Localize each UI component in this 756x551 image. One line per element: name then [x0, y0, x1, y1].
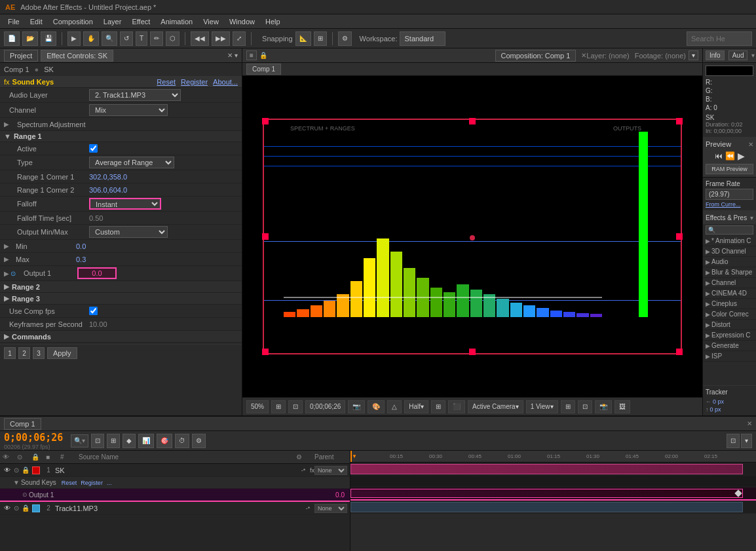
fit-comp-btn[interactable]: ⊞ [271, 400, 286, 413]
comp-tab-comp1[interactable]: Comp 1 [246, 64, 281, 75]
snapshot-btn[interactable]: 📸 [595, 400, 612, 413]
apply-btn[interactable]: Apply [47, 347, 77, 359]
panel-close-btn[interactable]: ✕ ▾ [227, 52, 238, 59]
zoom-control[interactable]: 50% [246, 400, 269, 413]
output1-toggle[interactable]: ▶ [4, 270, 9, 277]
fx-item-cinema4d[interactable]: ▶ CINEMA 4D [703, 288, 756, 299]
range2-toggle[interactable]: ▶ [4, 282, 9, 291]
fx-item-isp[interactable]: ▶ ISP [703, 351, 756, 362]
menu-animation[interactable]: Animation [155, 16, 198, 27]
track2-bar[interactable] [350, 502, 743, 512]
max-toggle[interactable]: ▶ [4, 256, 9, 263]
show-snapshot-btn[interactable]: 🖼 [614, 400, 630, 413]
falloff-dropdown[interactable]: Instant [89, 198, 161, 210]
timeline-menu-btn[interactable]: ✕ [747, 420, 752, 427]
tool-rotate[interactable]: ↺ [120, 31, 133, 46]
range3-toggle[interactable]: ▶ [4, 294, 9, 303]
layer2-name[interactable]: Track11.MP3 [55, 504, 301, 512]
layer2-mode-dropdown[interactable]: None [314, 504, 347, 513]
menu-edit[interactable]: Edit [25, 16, 48, 27]
comp-panel-menu[interactable]: ▾ [689, 50, 698, 60]
layer2-switch-btn[interactable]: -* [301, 505, 314, 512]
workspace-input[interactable] [400, 31, 445, 46]
reset-btn[interactable]: Reset [157, 78, 176, 86]
menu-window[interactable]: Window [224, 16, 260, 27]
prev-back-btn[interactable]: ⏪ [725, 151, 735, 161]
max-value[interactable]: 0.3 [76, 256, 86, 263]
comp-menu-btn[interactable]: ≡ [246, 50, 257, 60]
layer2-eye-btn[interactable]: 👁 [3, 504, 12, 512]
color-btn[interactable]: 🎨 [368, 400, 385, 413]
num-btn-3[interactable]: 3 [33, 347, 45, 359]
layout-btn[interactable]: ⊞ [561, 400, 575, 413]
ram-preview-btn[interactable]: RAM Preview [706, 164, 753, 174]
region-btn[interactable]: ⊞ [431, 400, 445, 413]
corner2-value[interactable]: 306.0,604.0 [89, 186, 127, 194]
output1-track-bar[interactable] [350, 489, 743, 498]
tool-zoom[interactable]: 🔍 [102, 31, 117, 46]
quality-control[interactable]: Half ▾ [404, 400, 428, 413]
about-btn[interactable]: About... [213, 78, 238, 86]
use-comp-fps-checkbox[interactable] [89, 307, 98, 315]
info-tab[interactable]: Info [706, 50, 725, 60]
comp-view-tab[interactable]: Composition: Comp 1 [495, 50, 576, 62]
sk-register-action[interactable]: Register [81, 480, 103, 486]
layer2-solo-btn[interactable]: ⊙ [12, 504, 21, 512]
fx-search-input[interactable] [706, 225, 753, 235]
fx-item-blur[interactable]: ▶ Blur & Sharpe [703, 267, 756, 278]
project-tab[interactable]: Project [4, 50, 38, 62]
view-count-control[interactable]: 1 View ▾ [526, 400, 558, 413]
fx-item-cineplus[interactable]: ▶ Cineplus [703, 299, 756, 309]
effect-controls-tab[interactable]: Effect Controls: SK [41, 50, 113, 62]
transparency-btn[interactable]: ⬛ [448, 400, 465, 413]
menu-file[interactable]: File [3, 16, 25, 27]
prev-play-btn[interactable]: ▶ [738, 151, 745, 161]
layer1-solo-btn[interactable]: ⊙ [12, 466, 21, 474]
channel-dropdown[interactable]: Mix [89, 104, 168, 116]
output-minmax-dropdown[interactable]: Custom [89, 226, 168, 238]
comp-view-area[interactable]: SPECTRUM + RANGES OUTPUTS [242, 76, 702, 397]
menu-effect[interactable]: Effect [126, 16, 155, 27]
menu-layer[interactable]: Layer [98, 16, 127, 27]
tl-layer-btn[interactable]: ⊞ [107, 434, 120, 448]
search-input[interactable] [687, 31, 752, 46]
fx-item-3d[interactable]: ▶ 3D Channel [703, 246, 756, 257]
tracker-x-value[interactable]: 0 px [713, 398, 724, 405]
output1-input[interactable] [77, 267, 117, 279]
sk-more-action[interactable]: ... [107, 480, 112, 486]
tool-text[interactable]: T [136, 31, 147, 46]
fx-item-animation[interactable]: ▶ * Animation C [703, 236, 756, 246]
snapping-toggle[interactable]: 📐 [295, 31, 311, 46]
active-camera-control[interactable]: Active Camera ▾ [468, 400, 523, 413]
open-btn[interactable]: 📂 [22, 31, 38, 46]
num-btn-1[interactable]: 1 [4, 347, 16, 359]
range1-toggle[interactable]: ▼ [4, 132, 11, 140]
spectrum-toggle[interactable]: ▶ [4, 121, 9, 128]
menu-help[interactable]: Help [260, 16, 286, 27]
menu-view[interactable]: View [198, 16, 224, 27]
tl-collapse-btn[interactable]: ▾ [741, 434, 752, 448]
layer1-switch-btn[interactable]: -* [297, 467, 310, 474]
tool-forward[interactable]: ▶▶ [212, 31, 230, 46]
save-btn[interactable]: 💾 [41, 31, 56, 46]
output1-tl-label[interactable]: Output 1 [29, 491, 335, 499]
output1-tl-value[interactable]: 0.0 [335, 491, 345, 499]
prev-first-btn[interactable]: ⏮ [715, 151, 723, 161]
fx-item-channel[interactable]: ▶ Channel [703, 278, 756, 288]
safe-zones-btn[interactable]: ⊡ [288, 400, 303, 413]
tool-expand[interactable]: ⤢ [233, 31, 246, 46]
audio-tab[interactable]: Aud [728, 50, 748, 60]
tool-hand[interactable]: ✋ [83, 31, 99, 46]
tl-switch-btn[interactable]: ⚙ [192, 434, 206, 448]
timeline-search[interactable]: 🔍 ▾ [71, 434, 88, 447]
tl-keyframe-btn[interactable]: ◆ [123, 434, 136, 448]
tl-markers-btn[interactable]: ⊡ [91, 434, 104, 448]
active-checkbox[interactable] [89, 144, 98, 153]
comp-close-icon[interactable]: ✕ [581, 52, 586, 59]
tool-pen[interactable]: ✏ [150, 31, 163, 46]
camera-btn[interactable]: 📷 [348, 400, 365, 413]
fx-menu-btn[interactable]: ▾ [750, 214, 753, 221]
layer1-mode-dropdown[interactable]: None [314, 466, 347, 475]
tl-expand-btn[interactable]: ⊡ [727, 434, 740, 448]
new-project-btn[interactable]: 📄 [4, 31, 20, 46]
